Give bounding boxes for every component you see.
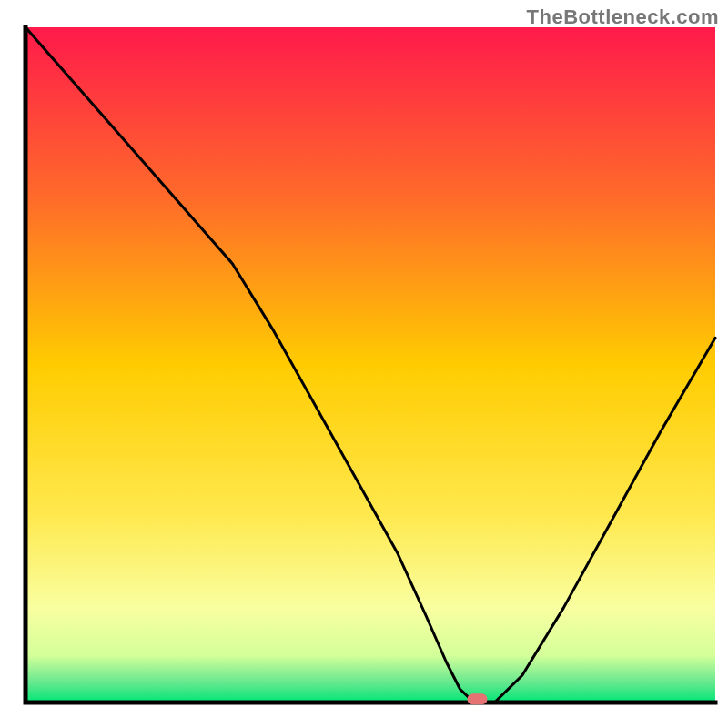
bottleneck-chart: [0, 0, 728, 728]
chart-background-gradient: [25, 27, 715, 703]
optimal-point-marker: [468, 693, 488, 704]
watermark-text: TheBottleneck.com: [527, 5, 719, 29]
chart-container: TheBottleneck.com: [0, 0, 728, 728]
